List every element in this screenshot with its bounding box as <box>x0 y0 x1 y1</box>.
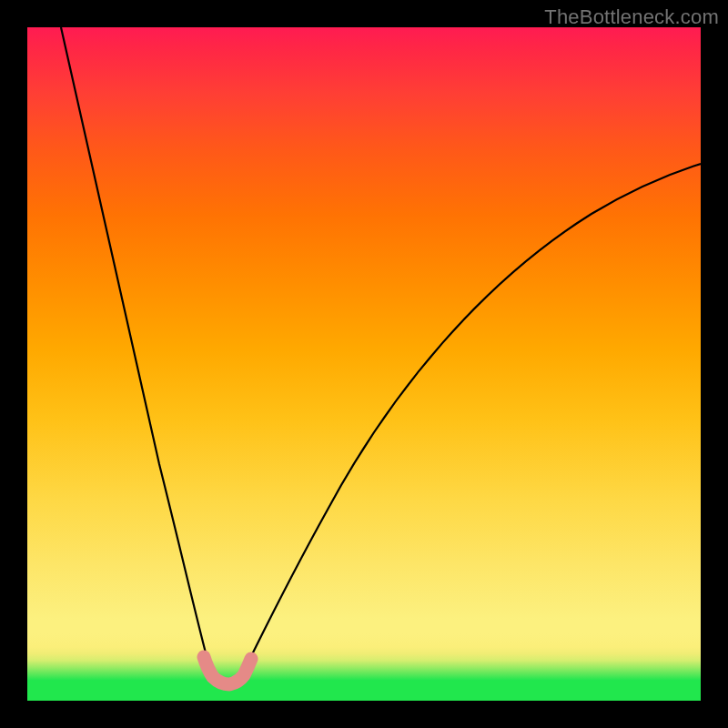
watermark-text: TheBottleneck.com <box>544 5 719 29</box>
outer-frame: TheBottleneck.com <box>0 0 728 728</box>
curve-layer <box>27 27 701 701</box>
curve-bottom-marker <box>204 657 251 684</box>
curve-right <box>244 164 701 671</box>
curve-left <box>61 27 212 672</box>
plot-area <box>27 27 701 701</box>
